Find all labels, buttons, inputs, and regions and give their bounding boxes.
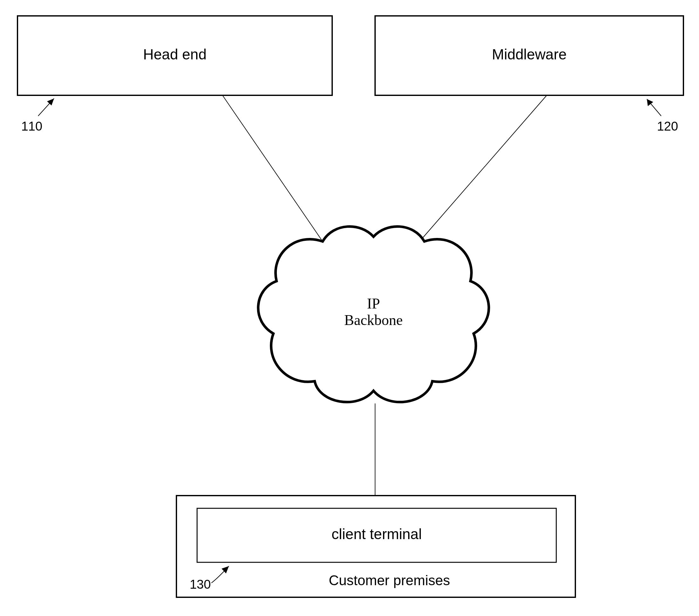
architecture-diagram: Head end 110 Middleware 120 IP Backbone …: [0, 0, 699, 616]
client-ref: 130: [190, 577, 211, 591]
middleware-ref: 120: [657, 119, 678, 133]
middleware-label: Middleware: [492, 46, 566, 63]
client-terminal-label: client terminal: [331, 526, 422, 542]
headend-ref-arrowhead: [47, 98, 54, 106]
link-middleware-cloud: [420, 95, 547, 241]
headend-ref: 110: [21, 119, 43, 133]
customer-premises: Customer premises client terminal 130: [176, 496, 575, 597]
link-headend-cloud: [223, 95, 327, 249]
customer-premises-label: Customer premises: [329, 573, 450, 588]
headend-label: Head end: [143, 46, 207, 63]
headend-node: Head end 110: [17, 16, 332, 133]
ip-backbone-cloud: IP Backbone: [258, 227, 489, 402]
cloud-label-line1: IP: [367, 295, 380, 312]
cloud-label-line2: Backbone: [344, 312, 403, 328]
